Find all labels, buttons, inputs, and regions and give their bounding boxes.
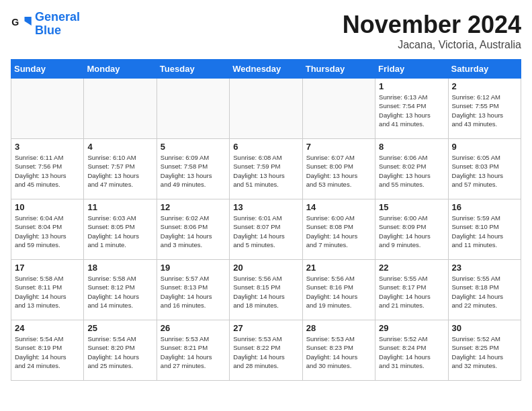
logo: G General Blue — [11, 11, 80, 38]
day-number: 18 — [87, 263, 152, 273]
cell-content: Sunrise: 6:04 AM Sunset: 8:04 PM Dayligh… — [15, 214, 80, 249]
calendar-cell: 4Sunrise: 6:10 AM Sunset: 7:57 PM Daylig… — [84, 139, 157, 199]
logo-text: General Blue — [35, 11, 80, 38]
cell-content: Sunrise: 5:52 AM Sunset: 8:24 PM Dayligh… — [379, 334, 444, 370]
calendar-cell: 8Sunrise: 6:06 AM Sunset: 8:02 PM Daylig… — [375, 139, 448, 199]
day-number: 20 — [233, 263, 298, 273]
cell-content: Sunrise: 5:55 AM Sunset: 8:18 PM Dayligh… — [452, 274, 517, 310]
weekday-header-row: SundayMondayTuesdayWednesdayThursdayFrid… — [11, 60, 521, 79]
calendar-cell: 5Sunrise: 6:09 AM Sunset: 7:58 PM Daylig… — [157, 139, 229, 199]
calendar-cell: 24Sunrise: 5:54 AM Sunset: 8:19 PM Dayli… — [11, 320, 84, 381]
calendar-cell: 1Sunrise: 6:13 AM Sunset: 7:54 PM Daylig… — [375, 79, 448, 139]
cell-content: Sunrise: 5:55 AM Sunset: 8:17 PM Dayligh… — [379, 274, 444, 310]
cell-content: Sunrise: 6:11 AM Sunset: 7:56 PM Dayligh… — [15, 153, 80, 189]
calendar-cell — [157, 79, 229, 139]
calendar-cell: 18Sunrise: 5:58 AM Sunset: 8:12 PM Dayli… — [84, 260, 157, 320]
calendar-cell: 15Sunrise: 6:00 AM Sunset: 8:09 PM Dayli… — [375, 199, 448, 260]
day-number: 22 — [379, 263, 444, 273]
calendar-cell: 20Sunrise: 5:56 AM Sunset: 8:15 PM Dayli… — [230, 260, 302, 320]
day-number: 5 — [161, 142, 226, 152]
calendar-cell: 3Sunrise: 6:11 AM Sunset: 7:56 PM Daylig… — [11, 139, 84, 199]
day-number: 30 — [452, 323, 517, 333]
cell-content: Sunrise: 5:53 AM Sunset: 8:21 PM Dayligh… — [161, 334, 226, 370]
title-section: November 2024 Jacana, Victoria, Australi… — [343, 11, 521, 51]
svg-text:G: G — [11, 17, 19, 28]
calendar-cell: 6Sunrise: 6:08 AM Sunset: 7:59 PM Daylig… — [230, 139, 302, 199]
day-number: 11 — [87, 202, 152, 212]
weekday-header-thursday: Thursday — [302, 60, 375, 79]
calendar-cell: 16Sunrise: 5:59 AM Sunset: 8:10 PM Dayli… — [448, 199, 521, 260]
weekday-header-saturday: Saturday — [448, 60, 521, 79]
calendar-cell — [302, 79, 375, 139]
weekday-header-monday: Monday — [84, 60, 157, 79]
logo-icon: G — [11, 13, 32, 35]
calendar-cell: 21Sunrise: 5:56 AM Sunset: 8:16 PM Dayli… — [302, 260, 375, 320]
cell-content: Sunrise: 6:01 AM Sunset: 8:07 PM Dayligh… — [233, 214, 298, 249]
calendar-cell: 28Sunrise: 5:53 AM Sunset: 8:23 PM Dayli… — [302, 320, 375, 381]
day-number: 27 — [233, 323, 298, 333]
day-number: 2 — [452, 81, 517, 91]
day-number: 10 — [15, 202, 80, 212]
cell-content: Sunrise: 5:53 AM Sunset: 8:22 PM Dayligh… — [233, 334, 298, 370]
cell-content: Sunrise: 6:00 AM Sunset: 8:09 PM Dayligh… — [379, 214, 444, 249]
calendar-cell: 9Sunrise: 6:05 AM Sunset: 8:03 PM Daylig… — [448, 139, 521, 199]
calendar-cell: 14Sunrise: 6:00 AM Sunset: 8:08 PM Dayli… — [302, 199, 375, 260]
cell-content: Sunrise: 6:12 AM Sunset: 7:55 PM Dayligh… — [452, 93, 517, 128]
calendar-cell: 29Sunrise: 5:52 AM Sunset: 8:24 PM Dayli… — [375, 320, 448, 381]
calendar-cell: 25Sunrise: 5:54 AM Sunset: 8:20 PM Dayli… — [84, 320, 157, 381]
day-number: 1 — [379, 81, 444, 91]
week-row-4: 17Sunrise: 5:58 AM Sunset: 8:11 PM Dayli… — [11, 260, 521, 320]
day-number: 28 — [306, 323, 371, 333]
cell-content: Sunrise: 6:00 AM Sunset: 8:08 PM Dayligh… — [306, 214, 371, 249]
day-number: 25 — [87, 323, 152, 333]
cell-content: Sunrise: 5:57 AM Sunset: 8:13 PM Dayligh… — [161, 274, 226, 310]
week-row-3: 10Sunrise: 6:04 AM Sunset: 8:04 PM Dayli… — [11, 199, 521, 260]
day-number: 15 — [379, 202, 444, 212]
day-number: 7 — [306, 142, 371, 152]
day-number: 23 — [452, 263, 517, 273]
week-row-1: 1Sunrise: 6:13 AM Sunset: 7:54 PM Daylig… — [11, 79, 521, 139]
day-number: 29 — [379, 323, 444, 333]
day-number: 26 — [161, 323, 226, 333]
cell-content: Sunrise: 5:56 AM Sunset: 8:16 PM Dayligh… — [306, 274, 371, 310]
day-number: 17 — [15, 263, 80, 273]
day-number: 21 — [306, 263, 371, 273]
weekday-header-tuesday: Tuesday — [157, 60, 229, 79]
day-number: 24 — [15, 323, 80, 333]
page-header: G General Blue November 2024 Jacana, Vic… — [11, 11, 521, 51]
day-number: 3 — [15, 142, 80, 152]
day-number: 13 — [233, 202, 298, 212]
cell-content: Sunrise: 6:13 AM Sunset: 7:54 PM Dayligh… — [379, 93, 444, 128]
cell-content: Sunrise: 5:54 AM Sunset: 8:19 PM Dayligh… — [15, 334, 80, 370]
cell-content: Sunrise: 6:06 AM Sunset: 8:02 PM Dayligh… — [379, 153, 444, 189]
cell-content: Sunrise: 5:54 AM Sunset: 8:20 PM Dayligh… — [87, 334, 152, 370]
month-title: November 2024 — [343, 11, 521, 39]
cell-content: Sunrise: 5:56 AM Sunset: 8:15 PM Dayligh… — [233, 274, 298, 310]
calendar-cell: 2Sunrise: 6:12 AM Sunset: 7:55 PM Daylig… — [448, 79, 521, 139]
calendar-cell: 30Sunrise: 5:52 AM Sunset: 8:25 PM Dayli… — [448, 320, 521, 381]
calendar-cell: 17Sunrise: 5:58 AM Sunset: 8:11 PM Dayli… — [11, 260, 84, 320]
weekday-header-wednesday: Wednesday — [230, 60, 302, 79]
day-number: 4 — [87, 142, 152, 152]
cell-content: Sunrise: 6:08 AM Sunset: 7:59 PM Dayligh… — [233, 153, 298, 189]
day-number: 9 — [452, 142, 517, 152]
cell-content: Sunrise: 6:03 AM Sunset: 8:05 PM Dayligh… — [87, 214, 152, 249]
calendar-cell — [11, 79, 84, 139]
day-number: 8 — [379, 142, 444, 152]
calendar-cell: 7Sunrise: 6:07 AM Sunset: 8:00 PM Daylig… — [302, 139, 375, 199]
weekday-header-sunday: Sunday — [11, 60, 84, 79]
cell-content: Sunrise: 5:52 AM Sunset: 8:25 PM Dayligh… — [452, 334, 517, 370]
calendar-cell — [230, 79, 302, 139]
day-number: 19 — [161, 263, 226, 273]
calendar-cell: 26Sunrise: 5:53 AM Sunset: 8:21 PM Dayli… — [157, 320, 229, 381]
calendar-table: SundayMondayTuesdayWednesdayThursdayFrid… — [11, 59, 521, 381]
calendar-cell: 22Sunrise: 5:55 AM Sunset: 8:17 PM Dayli… — [375, 260, 448, 320]
day-number: 12 — [161, 202, 226, 212]
cell-content: Sunrise: 6:07 AM Sunset: 8:00 PM Dayligh… — [306, 153, 371, 189]
day-number: 16 — [452, 202, 517, 212]
svg-marker-1 — [24, 17, 31, 26]
cell-content: Sunrise: 5:58 AM Sunset: 8:11 PM Dayligh… — [15, 274, 80, 310]
week-row-2: 3Sunrise: 6:11 AM Sunset: 7:56 PM Daylig… — [11, 139, 521, 199]
day-number: 6 — [233, 142, 298, 152]
cell-content: Sunrise: 5:58 AM Sunset: 8:12 PM Dayligh… — [87, 274, 152, 310]
